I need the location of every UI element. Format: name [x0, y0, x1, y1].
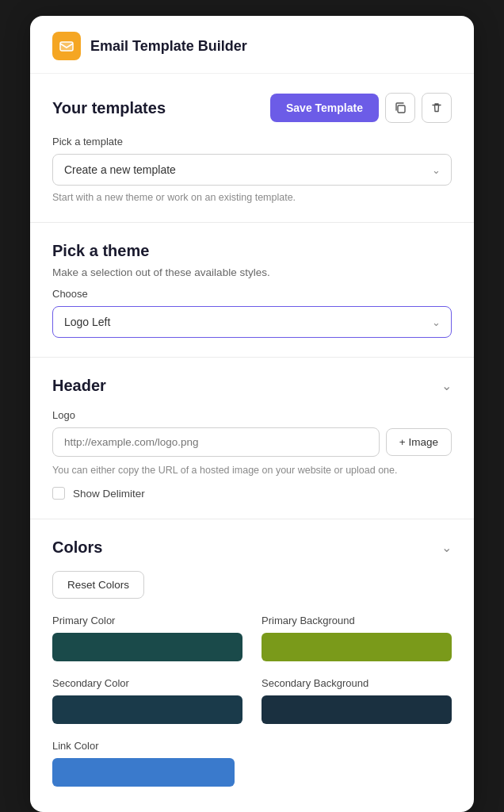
- logo-url-input[interactable]: [52, 427, 380, 457]
- header-chevron-icon: ⌄: [441, 378, 452, 393]
- delimiter-checkbox[interactable]: [52, 487, 65, 500]
- theme-section: Pick a theme Make a selection out of the…: [30, 223, 474, 358]
- colors-grid: Primary Color Primary Background Seconda…: [52, 615, 452, 787]
- logo-hint: You can either copy the URL of a hosted …: [52, 465, 452, 476]
- delimiter-label: Show Delimiter: [73, 488, 145, 500]
- colors-title: Colors: [52, 538, 102, 557]
- secondary-color-swatch[interactable]: [52, 695, 242, 724]
- duplicate-icon: [394, 102, 407, 114]
- image-upload-button[interactable]: + Image: [386, 428, 452, 456]
- colors-chevron-icon: ⌄: [441, 540, 452, 555]
- primary-color-label: Primary Color: [52, 615, 242, 626]
- app-header: Email Template Builder: [30, 16, 474, 74]
- choose-label: Choose: [52, 288, 452, 300]
- svg-rect-0: [60, 42, 73, 51]
- template-select-wrapper: Create a new template Existing Template …: [52, 154, 452, 186]
- colors-collapsible[interactable]: Colors ⌄: [52, 538, 452, 557]
- trash-icon: [430, 102, 443, 114]
- secondary-background-item: Secondary Background: [262, 677, 452, 724]
- link-color-swatch[interactable]: [52, 758, 235, 787]
- delete-button[interactable]: [422, 93, 452, 123]
- main-card: Email Template Builder Your templates Sa…: [30, 16, 474, 812]
- templates-header-row: Your templates Save Template: [52, 93, 452, 123]
- svg-rect-2: [398, 105, 405, 113]
- theme-title: Pick a theme: [52, 242, 452, 260]
- templates-section: Your templates Save Template Pick a temp…: [30, 74, 474, 223]
- theme-subtitle: Make a selection out of these available …: [52, 266, 452, 278]
- app-title: Email Template Builder: [90, 38, 247, 55]
- primary-color-item: Primary Color: [52, 615, 242, 661]
- pick-template-label: Pick a template: [52, 136, 452, 147]
- link-color-item: Link Color: [52, 740, 242, 787]
- theme-select[interactable]: Logo Left Logo Right Logo Center: [52, 306, 452, 338]
- secondary-background-label: Secondary Background: [262, 677, 452, 689]
- template-hint: Start with a new theme or work on an exi…: [52, 192, 452, 203]
- header-section: Header ⌄ Logo + Image You can either cop…: [30, 358, 474, 519]
- primary-background-swatch[interactable]: [262, 633, 452, 661]
- template-select[interactable]: Create a new template Existing Template …: [52, 154, 452, 186]
- duplicate-button[interactable]: [385, 93, 415, 123]
- header-content: Logo + Image You can either copy the URL…: [52, 409, 452, 500]
- toolbar-buttons: Save Template: [270, 93, 452, 123]
- header-section-title: Header: [52, 377, 106, 395]
- logo-label: Logo: [52, 409, 452, 421]
- delimiter-row: Show Delimiter: [52, 487, 452, 500]
- primary-background-label: Primary Background: [262, 615, 452, 626]
- secondary-color-item: Secondary Color: [52, 677, 242, 724]
- secondary-background-swatch[interactable]: [262, 695, 452, 724]
- save-template-button[interactable]: Save Template: [270, 94, 379, 122]
- primary-color-swatch[interactable]: [52, 633, 242, 661]
- link-color-label: Link Color: [52, 740, 242, 752]
- theme-select-wrapper: Logo Left Logo Right Logo Center ⌄: [52, 306, 452, 338]
- logo-input-row: + Image: [52, 427, 452, 457]
- email-icon: [52, 32, 81, 60]
- header-collapsible[interactable]: Header ⌄: [52, 377, 452, 395]
- templates-title: Your templates: [52, 99, 166, 117]
- colors-section: Colors ⌄ Reset Colors Primary Color Prim…: [30, 519, 474, 812]
- primary-background-item: Primary Background: [262, 615, 452, 661]
- colors-content: Reset Colors Primary Color Primary Backg…: [52, 571, 452, 787]
- reset-colors-button[interactable]: Reset Colors: [52, 571, 144, 599]
- secondary-color-label: Secondary Color: [52, 677, 242, 689]
